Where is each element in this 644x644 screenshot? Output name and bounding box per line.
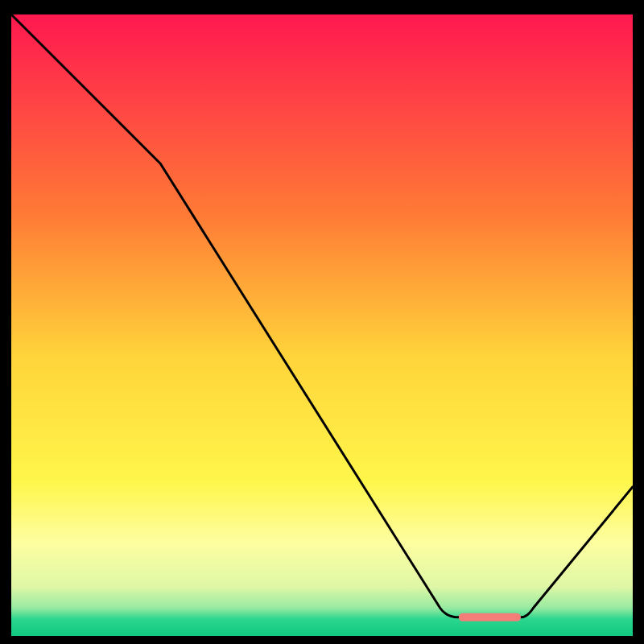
bottleneck-chart xyxy=(11,14,633,636)
chart-frame: TheBottleneck.com xyxy=(11,14,633,636)
optimal-range-marker xyxy=(459,613,521,621)
